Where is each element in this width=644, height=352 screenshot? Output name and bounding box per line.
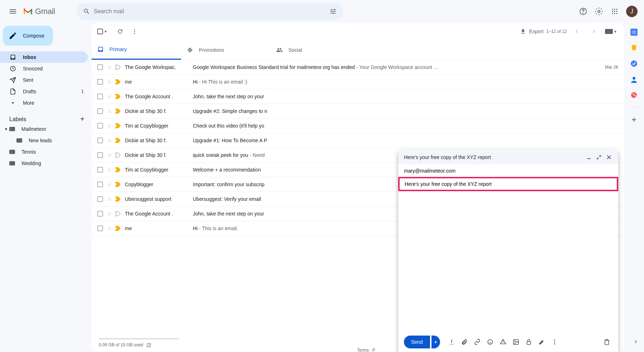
star-button[interactable]: ☆ [107,211,112,217]
main-menu-button[interactable] [4,3,21,20]
emoji-button[interactable] [484,336,496,348]
support-button[interactable] [576,4,590,19]
compose-body[interactable] [398,190,618,332]
email-row[interactable]: ☆ Dickie at Ship 30 f. Upgrade #2: Simpl… [92,104,624,119]
importance-marker[interactable] [115,79,121,84]
importance-marker[interactable] [115,167,121,172]
nav-item-more[interactable]: More [0,97,88,109]
star-button[interactable]: ☆ [107,152,112,158]
discard-button[interactable] [601,336,613,348]
row-checkbox[interactable] [97,225,103,231]
nav-item-inbox[interactable]: Inbox [0,51,88,63]
drive-button[interactable] [497,336,509,348]
importance-marker[interactable] [115,109,121,114]
email-row[interactable]: ☆ Dickie at Ship 30 f. Upgrade #1: How T… [92,133,624,148]
contacts-addon[interactable] [630,76,638,83]
to-input[interactable] [404,168,613,174]
footer-links[interactable]: Terms · P [357,348,375,352]
tasks-addon[interactable] [630,60,638,67]
label-item[interactable]: Wedding [0,158,92,169]
link-button[interactable] [472,336,483,348]
star-button[interactable]: ☆ [107,64,112,70]
search-icon[interactable] [79,4,94,19]
importance-marker[interactable] [115,65,121,70]
nav-item-snoozed[interactable]: Snoozed [0,63,88,74]
chevron-down-icon[interactable]: ▼ [4,127,9,131]
tab-social[interactable]: Social [270,40,360,60]
fullscreen-button[interactable] [595,154,602,161]
importance-marker[interactable] [115,123,121,128]
nav-item-drafts[interactable]: Drafts1 [0,86,88,97]
close-button[interactable] [605,154,613,161]
star-button[interactable]: ☆ [107,108,112,114]
email-row[interactable]: ☆ me Hi - Hi This is an email :) [92,75,624,89]
star-button[interactable]: ☆ [107,94,112,99]
email-row[interactable]: ☆ The Google Account . John, take the ne… [92,89,624,104]
row-checkbox[interactable] [97,152,103,158]
next-page-button[interactable] [587,24,601,39]
importance-marker[interactable] [115,211,121,216]
send-options-button[interactable]: ▼ [431,336,440,348]
importance-marker[interactable] [115,182,121,187]
select-all[interactable]: ▼ [97,29,107,34]
to-field[interactable] [398,164,618,178]
settings-button[interactable] [592,4,606,19]
compose-button[interactable]: Compose [3,26,53,46]
add-label-button[interactable]: + [80,115,84,123]
row-checkbox[interactable] [97,94,103,99]
search-options-button[interactable] [326,4,340,19]
star-button[interactable]: ☆ [107,79,112,85]
star-button[interactable]: ☆ [107,225,112,231]
email-row[interactable]: ☆ Tim at Copyblogger Check out this vide… [92,119,624,133]
compose-more-button[interactable] [549,336,560,348]
nav-item-sent[interactable]: Sent [0,74,88,86]
importance-marker[interactable] [115,226,121,231]
tab-primary[interactable]: Primary [92,40,181,60]
attach-button[interactable] [459,336,470,348]
row-checkbox[interactable] [97,138,103,143]
star-button[interactable]: ☆ [107,182,112,187]
apps-button[interactable] [608,4,622,19]
importance-marker[interactable] [115,94,121,99]
confidential-button[interactable] [523,336,535,348]
account-avatar[interactable]: J [626,6,638,17]
open-in-new-icon[interactable] [146,343,151,348]
importance-marker[interactable] [115,153,121,158]
refresh-button[interactable] [113,24,127,39]
search-input[interactable] [94,8,326,15]
gmail-logo[interactable]: Gmail [23,7,55,16]
row-checkbox[interactable] [97,182,103,187]
search-bar[interactable] [77,3,343,20]
calendar-addon[interactable]: 31 [630,29,638,36]
select-dropdown-icon[interactable]: ▼ [104,30,107,34]
email-row[interactable]: ☆ The Google Workspac. Google Workspace … [92,60,624,75]
image-button[interactable] [510,336,522,348]
mailmeteor-addon[interactable] [630,91,638,99]
star-button[interactable]: ☆ [107,123,112,129]
label-item[interactable]: ▼Mailmeteor [0,123,92,135]
row-checkbox[interactable] [97,108,103,114]
label-item[interactable]: Tennis [0,146,92,158]
star-button[interactable]: ☆ [107,138,112,143]
select-all-checkbox[interactable] [97,29,103,34]
star-button[interactable]: ☆ [107,167,112,173]
row-checkbox[interactable] [97,196,103,202]
row-checkbox[interactable] [97,123,103,129]
row-checkbox[interactable] [97,211,103,217]
row-checkbox[interactable] [97,79,103,85]
get-addons-button[interactable] [630,116,638,123]
label-item[interactable]: New leads [0,135,92,146]
tab-promotions[interactable]: Promotions [181,40,270,60]
keep-addon[interactable] [630,44,638,51]
export-button[interactable]: Export [520,28,543,35]
row-checkbox[interactable] [97,64,103,70]
importance-marker[interactable] [115,138,121,143]
hide-panel-button[interactable] [633,338,639,345]
input-tools-button[interactable]: ▼ [604,24,618,39]
formatting-button[interactable] [446,336,457,348]
signature-button[interactable] [536,336,547,348]
minimize-button[interactable] [585,154,592,161]
star-button[interactable]: ☆ [107,196,112,202]
send-button[interactable]: Send [404,336,430,348]
row-checkbox[interactable] [97,167,103,173]
